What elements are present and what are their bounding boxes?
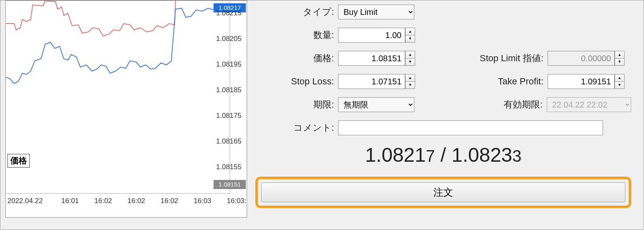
x-tick: 16:02 <box>94 197 112 205</box>
x-tick: 16:03:28 <box>227 197 247 205</box>
x-tick: 16:03 <box>194 197 211 205</box>
chart-y-axis: 1.08217 1.08215 1.08205 1.08195 1.08185 … <box>214 1 247 193</box>
price-label: 価格: <box>255 52 334 65</box>
price-spinner[interactable]: ▲ ▼ <box>405 51 415 66</box>
spinner-down-icon[interactable]: ▼ <box>406 82 415 89</box>
take-profit-spinner[interactable]: ▲ ▼ <box>615 74 625 89</box>
y-tick: 1.08185 <box>216 86 241 94</box>
valid-until-select: 22.04.22 22:02 <box>547 97 631 112</box>
y-tick: 1.08205 <box>216 35 241 43</box>
order-highlight: 注文 <box>255 177 631 208</box>
spinner-up-icon[interactable]: ▲ <box>406 51 415 59</box>
take-profit-input[interactable] <box>548 74 615 89</box>
spinner-down-icon: ▼ <box>615 59 624 66</box>
price-input[interactable] <box>338 51 405 66</box>
price-box-label: 価格 <box>7 154 30 168</box>
order-form: タイプ: Buy Limit 数量: ▲ ▼ 価格: ▲ ▼ <box>247 0 644 230</box>
expiry-label: 期限: <box>255 98 334 111</box>
stop-loss-input[interactable] <box>338 74 405 89</box>
y-tick: 1.08215 <box>216 9 241 17</box>
stop-limit-spinner: ▲ ▼ <box>615 51 625 66</box>
expiry-select[interactable]: 無期限 <box>338 97 414 112</box>
spinner-down-icon[interactable]: ▼ <box>615 82 624 89</box>
x-tick: 2022.04.22 <box>7 197 43 205</box>
x-tick: 16:01 <box>61 197 79 205</box>
ask-main: 1.0823 <box>452 144 512 166</box>
y-tick: 1.08165 <box>216 137 241 146</box>
ask-sub: 3 <box>512 147 521 165</box>
valid-until-label: 有効期限: <box>418 98 543 111</box>
comment-label: コメント: <box>255 122 334 134</box>
y-tick: 1.08175 <box>216 112 241 120</box>
chart-panel: 価格 1.08217 1.08215 1.08205 1.08195 1.081… <box>0 0 247 230</box>
stop-limit-label: Stop Limit 指値: <box>419 52 543 65</box>
bid-sub: 7 <box>426 147 435 165</box>
spinner-down-icon[interactable]: ▼ <box>406 59 415 66</box>
price-chart[interactable]: 価格 1.08217 1.08215 1.08205 1.08195 1.081… <box>5 0 247 218</box>
volume-spinner[interactable]: ▲ ▼ <box>405 28 415 43</box>
take-profit-label: Take Profit: <box>419 76 543 87</box>
stop-limit-input <box>548 51 615 66</box>
x-tick: 16:02 <box>161 197 178 205</box>
spinner-up-icon[interactable]: ▲ <box>615 74 624 82</box>
y-tick: 1.08195 <box>216 60 241 69</box>
quote-separator: / <box>435 144 452 166</box>
volume-label: 数量: <box>255 29 334 41</box>
stop-loss-spinner[interactable]: ▲ ▼ <box>405 74 415 89</box>
order-button[interactable]: 注文 <box>261 182 625 202</box>
y-tick: 1.08155 <box>216 163 241 171</box>
spinner-up-icon[interactable]: ▲ <box>406 74 415 82</box>
spinner-down-icon[interactable]: ▼ <box>406 36 415 43</box>
spinner-up-icon: ▲ <box>615 51 624 59</box>
stop-loss-label: Stop Loss: <box>255 76 334 87</box>
chart-x-axis: 2022.04.22 16:01 16:02 16:02 16:02 16:03… <box>6 193 230 217</box>
volume-input[interactable] <box>338 28 405 43</box>
x-tick: 16:02 <box>127 197 145 205</box>
chart-svg <box>6 1 230 193</box>
comment-input[interactable] <box>338 120 603 135</box>
spinner-up-icon[interactable]: ▲ <box>406 28 415 36</box>
type-label: タイプ: <box>255 6 334 18</box>
order-price-marker: 1.08151 <box>214 180 246 189</box>
bid-main: 1.0821 <box>365 144 426 166</box>
type-select[interactable]: Buy Limit <box>338 5 414 19</box>
price-quote: 1.08217 / 1.08233 <box>255 144 631 166</box>
